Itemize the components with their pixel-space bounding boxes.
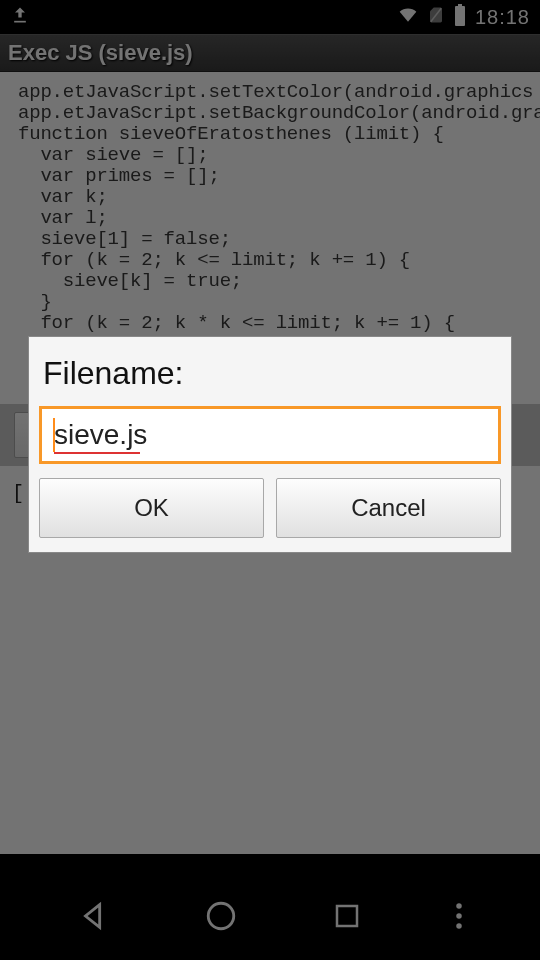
dialog-title: Filename: <box>43 355 501 392</box>
text-cursor <box>53 418 55 452</box>
ok-button[interactable]: OK <box>39 478 264 538</box>
filename-dialog: Filename: OK Cancel <box>28 336 512 553</box>
filename-input[interactable] <box>39 406 501 464</box>
spellcheck-underline <box>54 452 140 454</box>
cancel-button[interactable]: Cancel <box>276 478 501 538</box>
